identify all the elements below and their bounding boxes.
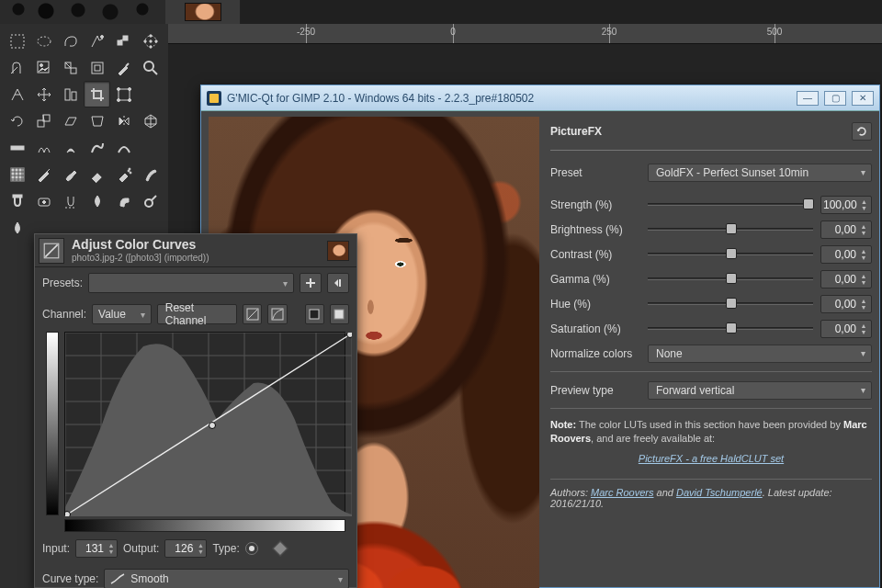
airbrush-tool[interactable] (110, 161, 137, 187)
param-spin-0[interactable]: 100,00▲▼ (820, 196, 872, 214)
point-type-smooth-radio[interactable] (245, 542, 258, 555)
normalize-dropdown[interactable]: None (648, 345, 872, 363)
svg-point-1 (38, 37, 51, 46)
horizontal-ruler: -250 0 250 500 (168, 24, 882, 44)
svg-point-10 (149, 45, 151, 47)
param-spin-5[interactable]: 0,00▲▼ (820, 320, 872, 338)
note-link[interactable]: PictureFX - a free HaldCLUT set (550, 452, 872, 466)
dodge-tool[interactable] (137, 187, 164, 214)
perspective-clone-tool[interactable] (57, 187, 84, 214)
gmic-titlebar[interactable]: G'MIC-Qt for GIMP 2.10 - Windows 64 bits… (201, 85, 879, 111)
color-drop-tool[interactable] (4, 214, 30, 241)
linear-histogram-button[interactable] (243, 304, 262, 324)
close-button[interactable]: ✕ (852, 91, 874, 106)
unified-transform-tool[interactable] (110, 81, 137, 107)
preview-type-dropdown[interactable]: Forward vertical (648, 381, 872, 400)
param-spin-2[interactable]: 0,00▲▼ (820, 245, 872, 264)
authors-line: Authors: Marc Roovers and David Tschumpe… (550, 479, 872, 509)
rotate-tool[interactable] (4, 107, 30, 134)
param-slider-1[interactable] (648, 220, 813, 239)
free-select-tool[interactable] (57, 28, 84, 54)
warp-tool[interactable] (4, 134, 30, 161)
refresh-button[interactable] (852, 122, 872, 141)
param-spin-1[interactable]: 0,00▲▼ (820, 220, 872, 239)
svg-rect-19 (72, 92, 76, 100)
curve-canvas[interactable] (64, 332, 345, 515)
preset-dropdown[interactable]: GoldFX - Perfect Sunset 10min (648, 164, 872, 182)
clone-tool[interactable] (4, 187, 30, 214)
mypaint-brush-tool[interactable] (110, 134, 137, 161)
handle-transform-tool[interactable] (30, 134, 57, 161)
input-white-button[interactable] (330, 304, 349, 324)
param-spin-4[interactable]: 0,00▲▼ (820, 295, 872, 313)
svg-rect-18 (65, 89, 70, 100)
zoom-tool[interactable] (137, 54, 164, 81)
flip-tool[interactable] (110, 107, 137, 134)
reset-channel-button[interactable]: Reset Channel (157, 304, 237, 324)
param-slider-0[interactable] (648, 196, 813, 214)
measure-tool[interactable] (4, 81, 30, 107)
gradient-tool[interactable] (84, 134, 110, 161)
minimize-button[interactable]: — (797, 91, 819, 106)
param-spin-3[interactable]: 0,00▲▼ (820, 270, 872, 288)
crop-indicator-tool[interactable] (84, 54, 110, 81)
pattern-tool[interactable] (4, 161, 30, 187)
param-label-5: Saturation (%) (550, 322, 640, 335)
svg-rect-16 (95, 65, 100, 71)
image-tab[interactable] (165, 0, 241, 24)
presets-dropdown[interactable] (88, 273, 294, 293)
param-slider-2[interactable] (648, 245, 813, 264)
point-type-label: Type: (212, 542, 239, 555)
shear-tool[interactable] (57, 107, 84, 134)
log-histogram-button[interactable] (267, 304, 287, 324)
move-tool[interactable] (30, 81, 57, 107)
pencil-tool[interactable] (30, 161, 57, 187)
ellipse-select-tool[interactable] (30, 28, 57, 54)
cage-tool[interactable] (137, 107, 164, 134)
ink-tool[interactable] (137, 161, 164, 187)
channel-dropdown[interactable]: Value (92, 304, 152, 324)
maximize-button[interactable]: ▢ (824, 91, 846, 106)
bucket-fill-tool[interactable] (57, 134, 84, 161)
fuzzy-select-tool[interactable] (84, 28, 110, 54)
foreground-select-tool[interactable] (4, 54, 30, 81)
by-color-select-tool[interactable] (110, 28, 137, 54)
preset-label: Preset (550, 166, 640, 179)
output-spinner[interactable]: 126▲▼ (164, 539, 207, 558)
svg-point-22 (128, 87, 130, 90)
manage-preset-button[interactable] (327, 273, 349, 293)
text-tool-variant[interactable] (57, 54, 84, 81)
paths-tool[interactable] (30, 54, 57, 81)
eraser-tool[interactable] (84, 161, 110, 187)
param-slider-4[interactable] (648, 295, 813, 313)
author-link-1[interactable]: Marc Roovers (591, 487, 653, 498)
input-black-button[interactable] (305, 304, 324, 324)
curves-titlebar[interactable]: Adjust Color Curves photo3.jpg-2 ([photo… (35, 234, 356, 267)
crop-tool[interactable] (84, 81, 110, 107)
input-spinner[interactable]: 131▲▼ (75, 539, 118, 558)
param-slider-3[interactable] (648, 270, 813, 288)
paintbrush-tool[interactable] (57, 161, 84, 187)
point-type-corner-radio[interactable] (272, 541, 288, 557)
scale-tool[interactable] (30, 107, 57, 134)
add-preset-button[interactable] (300, 273, 322, 293)
align-tool[interactable] (57, 81, 84, 107)
blur-tool[interactable] (84, 187, 110, 214)
svg-rect-33 (13, 195, 22, 198)
curve-type-dropdown[interactable]: Smooth (104, 569, 349, 588)
color-picker-tool[interactable] (110, 54, 137, 81)
author-link-2[interactable]: David Tschumperlé (676, 487, 763, 498)
param-slider-5[interactable] (648, 320, 813, 338)
toolbox (4, 28, 167, 241)
rect-select-tool[interactable] (4, 28, 30, 54)
svg-point-9 (149, 34, 151, 36)
svg-rect-3 (118, 40, 122, 45)
heal-tool[interactable] (30, 187, 57, 214)
svg-point-24 (128, 98, 130, 101)
input-label: Input: (42, 542, 70, 555)
perspective-tool[interactable] (84, 107, 110, 134)
scissors-tool[interactable] (137, 28, 164, 54)
smudge-tool[interactable] (110, 187, 137, 214)
y-gradient (46, 332, 59, 515)
svg-point-12 (40, 63, 42, 66)
